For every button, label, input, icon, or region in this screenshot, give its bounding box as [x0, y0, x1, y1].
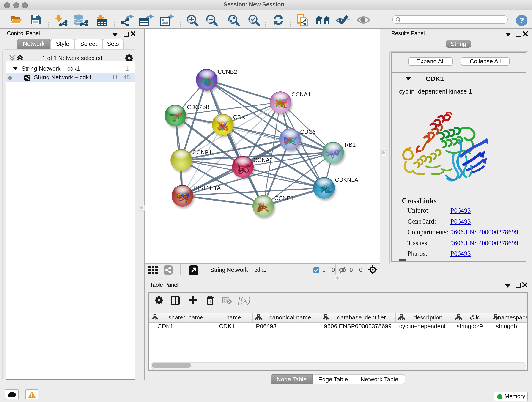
- svg-text:CDC25B: CDC25B: [187, 104, 210, 110]
- svg-text:CDKN1A: CDKN1A: [335, 177, 358, 183]
- svg-text:HIST1H1A: HIST1H1A: [193, 185, 221, 191]
- svg-text:CCNB1: CCNB1: [192, 149, 212, 156]
- svg-text:CCNE1: CCNE1: [274, 195, 294, 201]
- svg-text:CDK1: CDK1: [233, 114, 248, 120]
- svg-text:RB1: RB1: [345, 141, 356, 148]
- svg-text:CCNA1: CCNA1: [291, 91, 311, 98]
- svg-text:CCNB2: CCNB2: [218, 69, 237, 75]
- svg-text:CCNA2: CCNA2: [253, 157, 273, 163]
- svg-text:CDC6: CDC6: [300, 128, 316, 135]
